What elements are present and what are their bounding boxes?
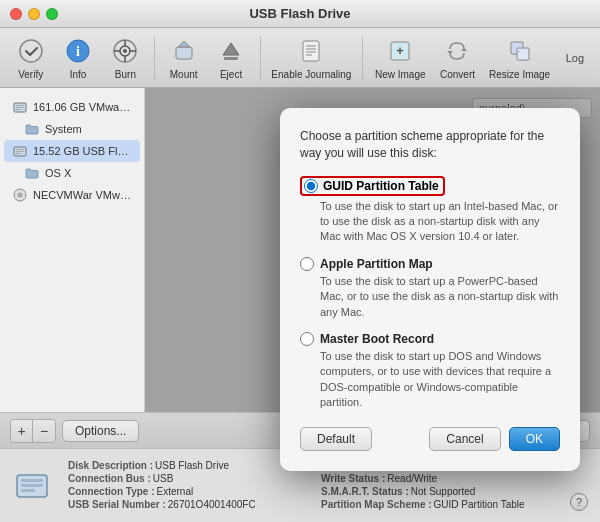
guid-selected-border: GUID Partition Table — [300, 176, 445, 196]
verify-icon — [15, 35, 47, 67]
toolbar-right: Log — [558, 48, 592, 68]
smart-key: S.M.A.R.T. Status : — [321, 486, 409, 497]
bus-key: Connection Bus : — [68, 473, 151, 484]
info-col-left: Disk Description : USB Flash Drive Conne… — [68, 460, 301, 512]
window-controls[interactable] — [10, 8, 58, 20]
svg-text:i: i — [76, 44, 80, 59]
write-val: Read/Write — [387, 473, 437, 484]
add-remove-group: + − — [10, 419, 56, 443]
add-button[interactable]: + — [11, 420, 33, 442]
convert-icon — [441, 35, 473, 67]
options-button[interactable]: Options... — [62, 420, 139, 442]
radio-option-mbr: Master Boot Record To use the disk to st… — [300, 332, 560, 411]
new-image-icon: + — [384, 35, 416, 67]
svg-rect-40 — [21, 489, 35, 492]
divider-3 — [362, 36, 363, 80]
divider-2 — [260, 36, 261, 80]
folder-icon-osx — [24, 165, 40, 181]
svg-point-36 — [19, 194, 21, 196]
svg-rect-10 — [176, 47, 192, 59]
sidebar-label-osx: OS X — [45, 167, 71, 179]
mbr-desc: To use the disk to start up DOS and Wind… — [320, 349, 560, 411]
divider-1 — [154, 36, 155, 80]
guid-label: GUID Partition Table — [323, 179, 439, 193]
minimize-button[interactable] — [28, 8, 40, 20]
info-row-smart: S.M.A.R.T. Status : Not Supported — [321, 486, 554, 497]
resize-image-label: Resize Image — [489, 69, 550, 80]
maximize-button[interactable] — [46, 8, 58, 20]
sidebar-label-system: System — [45, 123, 82, 135]
toolbar-new-image[interactable]: + New Image — [369, 31, 431, 84]
radio-mbr[interactable] — [300, 332, 314, 346]
serial-key: USB Serial Number : — [68, 499, 166, 510]
partition-val: GUID Partition Table — [434, 499, 525, 510]
svg-rect-14 — [303, 41, 319, 61]
mount-icon — [168, 35, 200, 67]
sidebar-label-necvmwar: NECVMWar VMwar... — [33, 189, 132, 201]
sidebar-item-system[interactable]: System — [4, 118, 140, 140]
conntype-key: Connection Type : — [68, 486, 154, 497]
info-label: Info — [70, 69, 87, 80]
disk-icon-large — [12, 466, 52, 506]
window-title: USB Flash Drive — [249, 6, 350, 21]
new-image-label: New Image — [375, 69, 426, 80]
sidebar: 161.06 GB VMware... System 15.52 GB USB … — [0, 88, 145, 412]
toolbar-verify[interactable]: Verify — [8, 31, 53, 84]
svg-point-0 — [20, 40, 42, 62]
cancel-button[interactable]: Cancel — [429, 427, 500, 451]
sidebar-label-usb: 15.52 GB USB Flas... — [33, 145, 132, 157]
eject-label: Eject — [220, 69, 242, 80]
svg-rect-27 — [16, 105, 24, 106]
info-row-conntype: Connection Type : External — [68, 486, 301, 497]
resize-image-icon — [504, 35, 536, 67]
toolbar-info[interactable]: i Info — [55, 31, 100, 84]
content-area: ournaled) ed disk, choose a p-up menu, s… — [145, 88, 600, 412]
svg-rect-13 — [224, 57, 238, 60]
main-area: 161.06 GB VMware... System 15.52 GB USB … — [0, 88, 600, 412]
enable-journaling-label: Enable Journaling — [271, 69, 351, 80]
toolbar-mount[interactable]: Mount — [161, 31, 206, 84]
close-button[interactable] — [10, 8, 22, 20]
toolbar-enable-journaling[interactable]: Enable Journaling — [267, 31, 356, 84]
ok-button[interactable]: OK — [509, 427, 560, 451]
sidebar-item-usb[interactable]: 15.52 GB USB Flas... — [4, 140, 140, 162]
svg-rect-32 — [16, 151, 24, 152]
info-row-write: Write Status : Read/Write — [321, 473, 554, 484]
info-row-partition-scheme: Partition Map Scheme : GUID Partition Ta… — [321, 499, 554, 510]
enable-journaling-icon — [295, 35, 327, 67]
radio-apple[interactable] — [300, 257, 314, 271]
burn-icon — [109, 35, 141, 67]
serial-val: 26701O4001400FC — [168, 499, 256, 510]
sidebar-item-necvmwar[interactable]: NECVMWar VMwar... — [4, 184, 140, 206]
svg-rect-24 — [517, 48, 529, 60]
conntype-val: External — [156, 486, 193, 497]
radio-guid[interactable] — [304, 179, 318, 193]
svg-rect-28 — [16, 107, 24, 108]
burn-label: Burn — [115, 69, 136, 80]
default-button[interactable]: Default — [300, 427, 372, 451]
log-button[interactable]: Log — [558, 48, 592, 68]
toolbar-eject[interactable]: Eject — [208, 31, 253, 84]
sidebar-item-vmware[interactable]: 161.06 GB VMware... — [4, 96, 140, 118]
verify-label: Verify — [18, 69, 43, 80]
info-row-serial: USB Serial Number : 26701O4001400FC — [68, 499, 301, 510]
guid-desc: To use the disk to start up an Intel-bas… — [320, 199, 560, 245]
remove-button[interactable]: − — [33, 420, 55, 442]
radio-option-guid: GUID Partition Table To use the disk to … — [300, 176, 560, 245]
titlebar: USB Flash Drive — [0, 0, 600, 28]
desc-key: Disk Description : — [68, 460, 153, 471]
modal-button-row: Default Cancel OK — [300, 427, 560, 451]
svg-marker-21 — [461, 48, 467, 51]
apple-desc: To use the disk to start up a PowerPC-ba… — [320, 274, 560, 320]
help-button[interactable]: ? — [570, 493, 588, 511]
eject-icon — [215, 35, 247, 67]
toolbar: Verify i Info Burn — [0, 28, 600, 88]
toolbar-convert[interactable]: Convert — [433, 31, 481, 84]
svg-rect-33 — [16, 153, 21, 154]
toolbar-burn[interactable]: Burn — [103, 31, 148, 84]
toolbar-resize-image[interactable]: Resize Image — [484, 31, 556, 84]
mbr-label: Master Boot Record — [320, 332, 434, 346]
mount-label: Mount — [170, 69, 198, 80]
sidebar-item-osx[interactable]: OS X — [4, 162, 140, 184]
apple-label: Apple Partition Map — [320, 257, 433, 271]
